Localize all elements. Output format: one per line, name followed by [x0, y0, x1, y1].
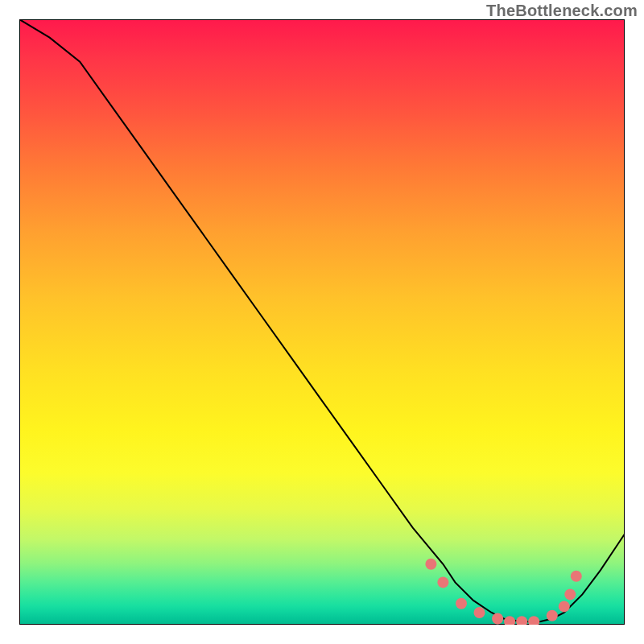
chart-container: TheBottleneck.com [0, 0, 644, 644]
watermark: TheBottleneck.com [486, 2, 638, 20]
plot-background [19, 19, 625, 625]
